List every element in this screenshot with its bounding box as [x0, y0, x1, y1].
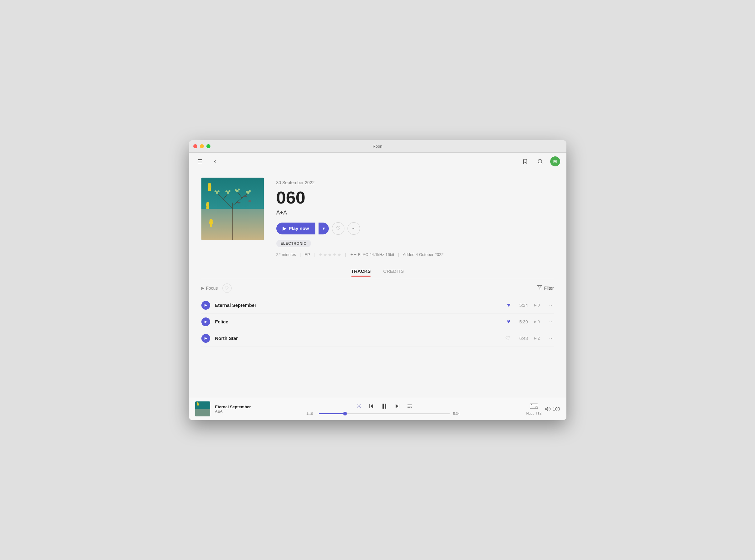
filter-button[interactable]: Filter: [537, 285, 554, 291]
pause-button[interactable]: [381, 402, 388, 410]
filter-icon: [537, 285, 542, 291]
tracks-toolbar: ▶ Focus ♡ Filter: [189, 279, 567, 297]
track-heart-button[interactable]: ♥: [507, 318, 511, 325]
album-meta: 22 minutes | EP | ★ ★ ★ ★ ★ | ✦✦ FLAC 44…: [276, 252, 554, 257]
action-buttons: ▶ Play now ▾ ♡ ···: [276, 222, 554, 235]
star-rating[interactable]: ★ ★ ★ ★ ★: [318, 252, 341, 257]
svg-point-25: [208, 183, 211, 186]
track-more-button[interactable]: ···: [549, 318, 554, 325]
svg-marker-35: [538, 286, 542, 289]
tab-credits[interactable]: CREDITS: [383, 266, 404, 276]
track-duration: 6:43: [516, 336, 528, 341]
progress-thumb[interactable]: [343, 412, 347, 416]
track-play-button[interactable]: ▶: [201, 334, 210, 343]
user-avatar[interactable]: M: [550, 156, 560, 166]
svg-point-33: [248, 200, 251, 202]
track-actions: ♡ 6:43 ▶2 ···: [505, 335, 554, 342]
volume-icon: [545, 406, 551, 412]
track-title: North Star: [215, 336, 500, 341]
progress-track[interactable]: [319, 413, 450, 414]
meta-duration: 22 minutes: [276, 252, 296, 257]
progress-bar[interactable]: 1:10 5:34: [306, 412, 462, 416]
play-icon: ▶: [283, 226, 286, 231]
track-title: Eternal September: [215, 302, 502, 308]
now-playing-artist: A&A: [215, 409, 259, 414]
tracks-heart-button[interactable]: ♡: [222, 283, 232, 293]
svg-point-48: [531, 404, 532, 404]
main-content: ☰ ‹ M: [189, 153, 567, 420]
bookmark-button[interactable]: [520, 156, 530, 166]
svg-point-18: [238, 188, 240, 191]
svg-point-19: [235, 189, 237, 191]
focus-chevron-icon: ▶: [201, 286, 204, 290]
queue-button[interactable]: [407, 403, 413, 409]
volume-value: 100: [553, 406, 560, 412]
playback-buttons: [356, 402, 413, 410]
app-window: Roon ☰ ‹ M: [189, 140, 567, 420]
tab-tracks[interactable]: TRACKS: [351, 266, 371, 276]
track-more-button[interactable]: ···: [549, 302, 554, 308]
play-dropdown-button[interactable]: ▾: [318, 223, 329, 235]
more-options-button[interactable]: ···: [347, 222, 360, 235]
toolbar-left: ☰ ‹: [195, 156, 220, 166]
traffic-lights: [193, 144, 211, 148]
now-playing-right: Hugo TT2 100: [510, 403, 560, 415]
track-duration: 5:34: [516, 303, 528, 308]
now-playing-info: Eternal September A&A: [215, 404, 259, 414]
track-heart-button[interactable]: ♡: [505, 335, 510, 342]
progress-fill: [319, 413, 345, 414]
svg-rect-26: [206, 204, 209, 206]
svg-point-28: [206, 202, 209, 204]
meta-type: EP: [304, 252, 310, 257]
search-button[interactable]: [535, 156, 545, 166]
window-title: Roon: [373, 144, 382, 148]
svg-rect-42: [385, 404, 386, 408]
titlebar: Roon: [189, 140, 567, 153]
close-button[interactable]: [193, 144, 197, 148]
favorite-button[interactable]: ♡: [332, 222, 344, 235]
svg-rect-27: [206, 206, 209, 209]
svg-point-32: [243, 195, 247, 197]
menu-button[interactable]: ☰: [195, 156, 205, 166]
output-device[interactable]: Hugo TT2: [526, 403, 541, 415]
svg-rect-30: [210, 224, 212, 227]
track-plays: ▶0: [534, 303, 543, 307]
track-play-button[interactable]: ▶: [201, 318, 210, 326]
minimize-button[interactable]: [200, 144, 204, 148]
svg-line-1: [541, 162, 542, 163]
now-playing-title: Eternal September: [215, 404, 259, 409]
now-playing-thumbnail: [195, 401, 210, 416]
maximize-button[interactable]: [206, 144, 211, 148]
svg-point-22: [246, 191, 247, 193]
track-play-button[interactable]: ▶: [201, 301, 210, 309]
previous-button[interactable]: [368, 403, 374, 409]
track-title: Felice: [215, 319, 502, 324]
current-time: 1:10: [306, 412, 316, 416]
volume-control[interactable]: 100: [545, 406, 560, 412]
focus-button[interactable]: ▶ Focus: [201, 286, 218, 291]
track-duration: 5:39: [516, 319, 528, 324]
svg-point-39: [197, 402, 199, 404]
album-artist: A+A: [276, 209, 554, 216]
track-actions: ♥ 5:34 ▶0 ···: [507, 302, 554, 308]
shuffle-button[interactable]: [356, 403, 362, 409]
track-row: ▶ Felice ♥ 5:39 ▶0 ···: [201, 314, 554, 330]
track-plays: ▶2: [534, 336, 543, 341]
svg-point-13: [215, 191, 216, 192]
play-now-button[interactable]: ▶ Play now: [276, 223, 315, 235]
next-button[interactable]: [394, 403, 401, 409]
back-button[interactable]: ‹: [210, 156, 220, 166]
track-more-button[interactable]: ···: [549, 335, 554, 341]
genre-tag[interactable]: ELECTRONIC: [276, 240, 311, 247]
album-info: 30 September 2022 060 A+A ▶ Play now ▾ ♡…: [276, 178, 554, 257]
svg-point-12: [218, 191, 219, 192]
svg-point-49: [536, 406, 537, 408]
album-header: 30 September 2022 060 A+A ▶ Play now ▾ ♡…: [189, 170, 567, 263]
meta-added: Added 4 October 2022: [403, 252, 444, 257]
svg-rect-24: [208, 188, 211, 191]
top-toolbar: ☰ ‹ M: [189, 153, 567, 170]
track-heart-button[interactable]: ♥: [507, 302, 511, 308]
now-playing-bar: Eternal September A&A: [189, 398, 567, 420]
album-art: [201, 178, 264, 240]
total-time: 5:34: [453, 412, 462, 416]
